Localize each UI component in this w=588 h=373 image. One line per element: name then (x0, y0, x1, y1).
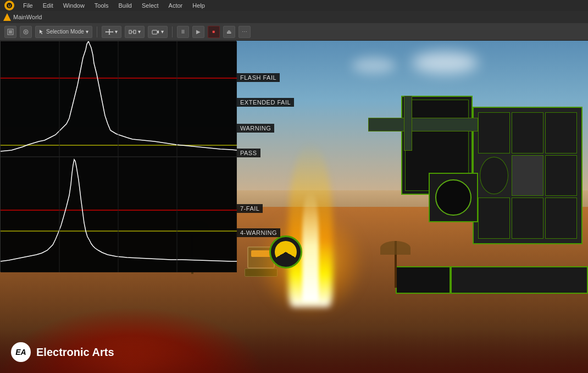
camera-speed-btn[interactable]: ▾ (148, 26, 168, 38)
menu-file[interactable]: File (22, 2, 34, 9)
struct-box-mid (429, 173, 478, 222)
svg-point-5 (25, 31, 27, 33)
camera-icon (152, 29, 159, 35)
selection-mode-btn[interactable]: Selection Mode ▾ (35, 26, 92, 38)
svg-marker-10 (108, 34, 110, 35)
chevron-down-icon-3: ▾ (138, 29, 141, 35)
chart-label-4-warning: 4-WARNING (237, 228, 280, 237)
app-logo: U (4, 1, 14, 10)
ea-branding: EA Electronic Arts (11, 342, 114, 362)
chart-label-warning: WARNING (237, 124, 274, 133)
separator-1 (97, 26, 97, 37)
platform-pillar (404, 96, 412, 151)
platform-overhang (368, 118, 478, 131)
company-name-text: Electronic Arts (36, 346, 114, 359)
toolbar: Selection Mode ▾ ▾ ▾ ▾ ⏸ (0, 23, 588, 41)
struct-box-small-2 (396, 266, 451, 294)
chevron-down-icon-4: ▾ (161, 29, 164, 35)
chevron-down-icon: ▾ (86, 29, 88, 35)
menu-actor[interactable]: Actor (168, 2, 184, 9)
palm-tree-2 (390, 241, 401, 296)
svg-rect-14 (134, 30, 136, 34)
menu-window[interactable]: Window (62, 2, 86, 9)
snap-btn[interactable]: ▾ (125, 26, 145, 38)
play-btn[interactable]: ▶ (192, 26, 204, 38)
snap-icon (129, 29, 136, 35)
menu-help[interactable]: Help (191, 2, 206, 9)
warning-icon (3, 13, 11, 21)
tab-bar: MainWorld (0, 11, 588, 23)
chevron-down-icon-2: ▾ (115, 29, 118, 35)
realtime-btn[interactable] (20, 26, 32, 38)
world-tab-label[interactable]: MainWorld (13, 14, 42, 20)
svg-rect-13 (129, 30, 131, 34)
more-options-btn[interactable]: ⋯ (238, 26, 251, 38)
ea-logo-circle: EA (11, 342, 31, 362)
pause-btn[interactable]: ⏸ (177, 26, 189, 38)
chart-overlay: FLASH FAIL EXTENDED FAIL WARNING PASS 7-… (0, 41, 236, 272)
svg-text:U: U (8, 4, 10, 8)
cursor-icon (39, 29, 45, 35)
menu-edit[interactable]: Edit (42, 2, 54, 9)
svg-rect-16 (152, 30, 157, 34)
struct-box-small-1 (451, 266, 588, 294)
menu-build[interactable]: Build (118, 2, 133, 9)
chart-label-flash-fail: FLASH FAIL (237, 73, 280, 82)
menu-bar: U File Edit Window Tools Build Select Ac… (0, 0, 588, 11)
move-icon (106, 29, 113, 35)
svg-marker-11 (106, 31, 106, 33)
explosion-effect (278, 114, 343, 307)
stop-btn[interactable]: ■ (208, 26, 220, 38)
cloud-2 (352, 57, 396, 74)
viewport: FLASH FAIL EXTENDED FAIL WARNING PASS 7-… (0, 41, 588, 373)
chart-label-pass: PASS (237, 149, 260, 157)
svg-marker-6 (40, 30, 43, 34)
svg-marker-9 (108, 29, 110, 30)
svg-marker-12 (113, 31, 113, 33)
menu-select[interactable]: Select (141, 2, 160, 9)
fire-center (302, 191, 319, 301)
struct-box-main (473, 107, 583, 244)
separator-2 (172, 26, 173, 37)
menu-tools[interactable]: Tools (93, 2, 110, 9)
eject-btn[interactable]: ⏏ (223, 26, 235, 38)
cloud-1 (412, 52, 478, 74)
viewport-options-btn[interactable] (4, 26, 16, 38)
chart-svg (1, 41, 237, 272)
svg-rect-3 (9, 30, 12, 34)
transform-btn[interactable]: ▾ (102, 26, 121, 38)
chart-label-extended-fail: EXTENDED FAIL (237, 98, 294, 107)
chart-label-7-fail: 7-FAIL (237, 204, 263, 213)
hazard-fan (269, 235, 302, 268)
